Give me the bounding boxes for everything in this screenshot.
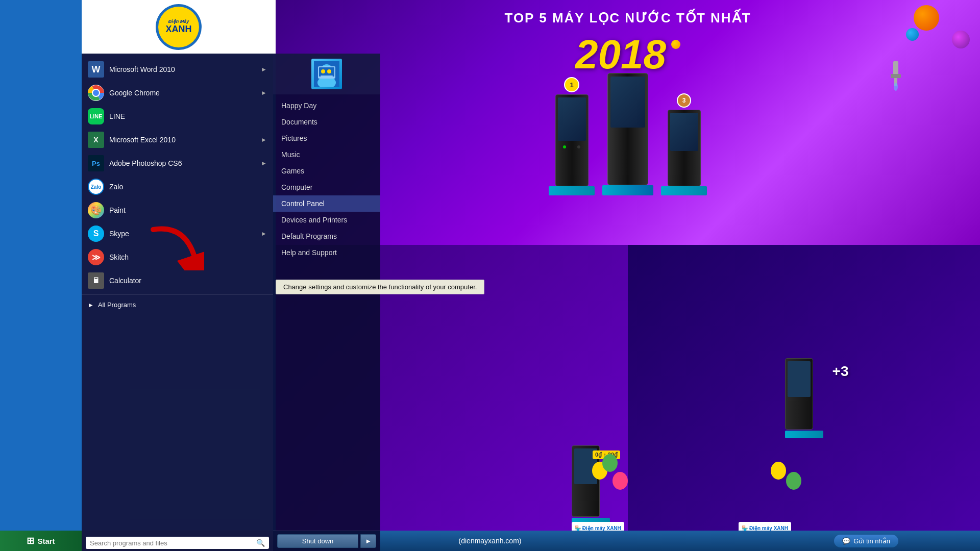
center-machine-screen [610,77,645,128]
arrow-excel: ► [261,136,267,143]
machine-3-container: 3 [661,93,707,195]
medal-1: 1 [564,77,579,92]
start-label: Start [37,537,55,545]
ad-title: TOP 5 MÁY LỌC NƯỚC TỐT NHẤT [276,0,980,29]
shutdown-button[interactable]: Shut down [277,534,358,548]
svg-rect-10 [321,76,333,77]
year-dot [671,40,680,49]
all-programs-label: All Programs [98,301,136,309]
paint-icon: 🎨 [88,202,104,218]
app-label-word: Microsoft Word 2010 [109,65,256,73]
right-item-pictures[interactable]: Pictures [273,130,380,146]
br-machine-body [785,358,813,430]
machine-1-body [555,94,589,186]
app-item-ps[interactable]: Ps Adobe Photoshop CS6 ► [82,152,273,175]
arrow-ps: ► [261,160,267,167]
skitch-icon: ≫ [88,249,104,265]
shutdown-bar: Shut down ► [273,531,380,551]
logo-inner: Điện Máy XANH [158,7,199,47]
svg-point-9 [327,69,331,73]
machine-3-body [668,110,701,186]
bottom-ad-right: +3 🏪 Điện máy XANH [628,245,980,551]
decorative-ball-2 [952,31,970,48]
machine-1-controls [556,143,588,151]
app-label-calculator: Calculator [109,277,267,285]
svg-rect-13 [891,74,901,78]
machine-1-screen [558,97,586,141]
app-label-zalo: Zalo [109,183,267,191]
balloon-3 [602,454,618,472]
app-label-excel: Microsoft Excel 2010 [109,136,256,144]
machine-1-container: 1 [549,77,595,195]
faucet-icon [888,61,903,94]
user-avatar-area [273,54,380,94]
left-panel: W Microsoft Word 2010 ► [82,54,273,551]
search-input[interactable] [90,539,253,547]
machine-1-base [549,186,595,195]
app-item-chrome[interactable]: Google Chrome ► [82,81,273,105]
led-1 [563,145,566,148]
skype-icon: S [88,226,104,242]
send-message-button[interactable]: 💬 Gửi tin nhắn [834,535,898,547]
calculator-icon: 🖩 [88,272,104,289]
ad-year: 2018 [575,31,666,78]
app-item-zalo[interactable]: Zalo Zalo [82,175,273,198]
svg-point-8 [321,69,325,73]
right-item-computer[interactable]: Computer [273,179,380,195]
search-icon: 🔍 [256,539,265,547]
right-panel: Happy Day Documents Pictures Music Games… [273,54,380,551]
br-machine-base [785,431,823,438]
app-label-chrome: Google Chrome [109,89,256,97]
decorative-ball-1 [914,5,939,31]
app-list: W Microsoft Word 2010 ► [82,54,273,535]
send-icon: 💬 [842,537,850,545]
right-item-happyday[interactable]: Happy Day [273,97,380,114]
right-menu: Happy Day Documents Pictures Music Games… [273,94,380,531]
tooltip-text: Change settings and customize the functi… [283,283,477,291]
right-item-controlpanel[interactable]: Control Panel [273,195,380,212]
logo-circle: Điện Máy XANH [156,4,202,50]
right-item-music[interactable]: Music [273,146,380,163]
machine-3-screen [670,113,698,151]
taskbar-start-button[interactable]: ⊞ Start [0,531,82,551]
plus-3-badge: +3 [832,363,849,380]
logo-brand-bottom: XANH [165,24,191,35]
all-programs-item[interactable]: ► All Programs [82,297,273,313]
send-label: Gửi tin nhắn [853,537,890,545]
app-item-paint[interactable]: 🎨 Paint [82,198,273,222]
app-item-word[interactable]: W Microsoft Word 2010 ► [82,58,273,81]
excel-icon: X [88,132,104,148]
app-label-ps: Adobe Photoshop CS6 [109,159,256,167]
app-item-line[interactable]: LINE LINE [82,105,273,128]
bottom-machine-right: +3 [785,358,823,438]
center-machine-container [602,73,653,195]
avatar [311,59,342,89]
search-bar: 🔍 [86,537,269,549]
machine-3-base [661,186,707,195]
svg-point-2 [93,90,99,96]
arrow-chrome: ► [261,89,267,96]
right-item-helpandsupport[interactable]: Help and Support [273,244,380,261]
app-item-calculator[interactable]: 🖩 Calculator [82,269,273,292]
led-2 [577,145,580,148]
right-item-games[interactable]: Games [273,163,380,179]
logo-brand-top: Điện Máy [168,19,189,24]
start-menu: W Microsoft Word 2010 ► [82,54,388,551]
right-item-defaultprograms[interactable]: Default Programs [273,228,380,244]
divider [82,294,273,295]
ps-icon: Ps [88,155,104,171]
right-item-devices[interactable]: Devices and Printers [273,212,380,228]
all-programs-arrow: ► [88,302,94,309]
logo-area: Điện Máy XANH [82,0,276,54]
right-item-documents[interactable]: Documents [273,114,380,130]
line-icon: LINE [88,108,104,124]
balloon-4 [771,462,786,480]
center-machine-base [602,185,653,195]
medal-3: 3 [677,93,691,108]
app-item-excel[interactable]: X Microsoft Excel 2010 ► [82,128,273,152]
arrow-skype: ► [261,230,267,237]
shutdown-arrow-button[interactable]: ► [360,534,376,548]
arrow-word: ► [261,66,267,73]
balloon-2 [612,472,628,490]
taskbar-domain: (dienmayxanh.com) [459,537,522,545]
